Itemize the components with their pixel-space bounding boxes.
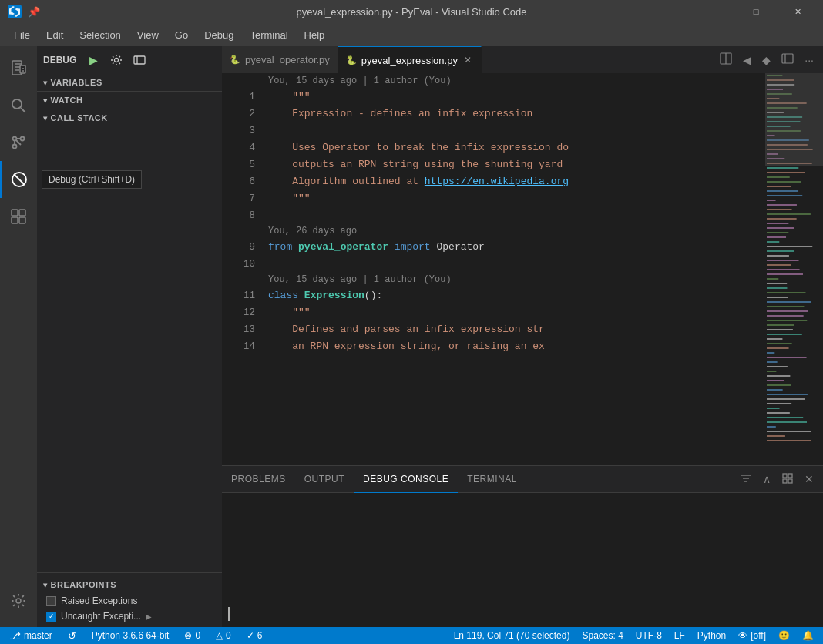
panel-tab-problems[interactable]: PROBLEMS <box>222 466 295 493</box>
code-line-8 <box>268 206 765 223</box>
watch-section: ▾ WATCH <box>37 91 222 109</box>
menu-terminal[interactable]: Terminal <box>244 28 294 42</box>
editor-area: 1 2 3 4 5 6 7 8 9 10 11 12 13 14 <box>222 73 823 465</box>
variables-header[interactable]: ▾ VARIABLES <box>37 74 222 91</box>
code-link-6[interactable]: https://en.wikipedia.org <box>425 176 569 187</box>
code-content-2: Expression - defines an infix expression <box>268 108 532 119</box>
menu-go[interactable]: Go <box>169 28 194 42</box>
activity-item-extensions[interactable] <box>0 198 37 235</box>
tab-operator-label: pyeval_operator.py <box>245 54 330 65</box>
app-icon <box>8 5 22 18</box>
line-num-2: 2 <box>222 105 264 122</box>
code-classname: Expression <box>304 290 364 301</box>
status-ok[interactable]: ✓ 6 <box>244 630 266 641</box>
editor-lines[interactable]: You, 15 days ago | 1 author (You) """ Ex… <box>264 73 765 465</box>
raised-exceptions-checkbox[interactable] <box>46 596 56 606</box>
line-num-8: 8 <box>222 206 264 223</box>
line-num-7: 7 <box>222 190 264 206</box>
code-module: pyeval_operator <box>298 241 388 253</box>
status-language[interactable]: Python <box>694 630 729 641</box>
warning-icon: △ <box>216 630 223 641</box>
panel-area: PROBLEMS OUTPUT DEBUG CONSOLE TERMINAL ∧ <box>222 465 823 627</box>
activity-item-source-control[interactable] <box>0 124 37 161</box>
activity-bar: Debug (Ctrl+Shift+D) <box>0 46 37 627</box>
menu-help[interactable]: Help <box>298 28 331 42</box>
tab-expression-close[interactable]: ✕ <box>462 53 473 67</box>
line-num-4: 4 <box>222 139 264 156</box>
panel-filter-button[interactable] <box>737 471 755 488</box>
svg-point-13 <box>16 599 21 603</box>
code-content-10 <box>268 258 274 270</box>
breakpoint-uncaught-exceptions: Uncaught Excepti... ▶ <box>37 609 222 624</box>
split-editor-button[interactable] <box>717 51 735 69</box>
status-position[interactable]: Ln 119, Col 71 (70 selected) <box>451 630 573 641</box>
breakpoints-header[interactable]: ▾ BREAKPOINTS <box>37 576 222 593</box>
ok-count: 6 <box>257 630 263 641</box>
code-content-4: Uses Operator to break the infix express… <box>268 142 569 153</box>
status-sync[interactable]: ↺ <box>65 630 79 642</box>
maximize-button[interactable]: □ <box>738 0 774 23</box>
uncaught-exceptions-checkbox[interactable] <box>46 612 56 622</box>
svg-rect-1 <box>20 65 25 73</box>
svg-point-14 <box>115 59 119 62</box>
debug-settings-button[interactable] <box>107 51 126 69</box>
panel-tab-terminal[interactable]: TERMINAL <box>458 466 526 493</box>
panel-tab-debug-console[interactable]: DEBUG CONSOLE <box>354 466 458 493</box>
activity-item-search[interactable] <box>0 87 37 124</box>
code-line-14: an RPN expression string, or raising an … <box>268 337 765 354</box>
svg-rect-19 <box>782 54 793 63</box>
status-errors[interactable]: ⊗ 0 <box>181 630 203 641</box>
encoding-text: UTF-8 <box>636 630 662 641</box>
face-icon: 🙂 <box>778 630 790 641</box>
status-face[interactable]: 🙂 <box>775 630 793 641</box>
activity-item-settings[interactable] <box>0 582 37 619</box>
status-eol[interactable]: LF <box>671 630 688 641</box>
debug-editor-button[interactable] <box>130 51 149 69</box>
status-bar: ⎇ master ↺ Python 3.6.6 64-bit ⊗ 0 △ 0 ✓… <box>0 627 823 644</box>
panel-close-button[interactable]: ✕ <box>801 471 817 487</box>
panel-maximize-button[interactable] <box>778 471 797 488</box>
go-back-button[interactable]: ◀ <box>740 52 754 68</box>
panel-cursor <box>228 607 230 621</box>
status-python[interactable]: Python 3.6.6 64-bit <box>89 630 173 641</box>
panel-content[interactable] <box>222 493 823 627</box>
more-actions-button[interactable]: ··· <box>801 52 817 68</box>
panel-tab-output[interactable]: OUTPUT <box>295 466 354 493</box>
menu-edit[interactable]: Edit <box>40 28 69 42</box>
svg-rect-9 <box>12 210 18 216</box>
toggle-sidebar-button[interactable] <box>778 51 797 69</box>
code-space-class <box>298 290 304 301</box>
menu-debug[interactable]: Debug <box>198 28 240 42</box>
tab-pyeval-expression[interactable]: 🐍 pyeval_expression.py ✕ <box>338 46 482 73</box>
go-forward-button[interactable]: ◆ <box>759 52 774 68</box>
code-line-2: Expression - defines an infix expression <box>268 105 765 122</box>
status-warnings[interactable]: △ 0 <box>213 630 234 641</box>
activity-item-explorer[interactable] <box>0 50 37 87</box>
svg-rect-24 <box>783 474 787 478</box>
menu-view[interactable]: View <box>131 28 165 42</box>
activity-item-debug[interactable]: Debug (Ctrl+Shift+D) <box>0 161 37 198</box>
minimize-button[interactable]: − <box>697 0 732 23</box>
uncaught-arrow[interactable]: ▶ <box>146 612 152 621</box>
panel-collapse-button[interactable]: ∧ <box>760 471 774 487</box>
tab-pyeval-operator[interactable]: 🐍 pyeval_operator.py <box>222 46 338 73</box>
status-branch[interactable]: ⎇ master <box>6 630 55 642</box>
close-button[interactable]: ✕ <box>780 0 815 23</box>
variables-label: VARIABLES <box>51 78 102 87</box>
language-text: Python <box>697 630 726 641</box>
code-paren: (): <box>364 290 382 301</box>
status-eye[interactable]: 👁 [off] <box>735 630 769 641</box>
code-line-1: """ <box>268 88 765 105</box>
debug-continue-button[interactable]: ▶ <box>84 51 102 69</box>
code-line-3 <box>268 122 765 139</box>
status-spaces[interactable]: Spaces: 4 <box>579 630 626 641</box>
menu-selection[interactable]: Selection <box>73 28 126 42</box>
status-encoding[interactable]: UTF-8 <box>633 630 665 641</box>
pin-icon[interactable]: 📌 <box>28 6 40 18</box>
status-bell[interactable]: 🔔 <box>799 630 817 641</box>
callstack-header[interactable]: ▾ CALL STACK <box>37 109 222 126</box>
svg-line-8 <box>14 174 25 185</box>
menu-file[interactable]: File <box>8 28 36 42</box>
watch-header[interactable]: ▾ WATCH <box>37 92 222 109</box>
watch-chevron: ▾ <box>43 96 48 105</box>
